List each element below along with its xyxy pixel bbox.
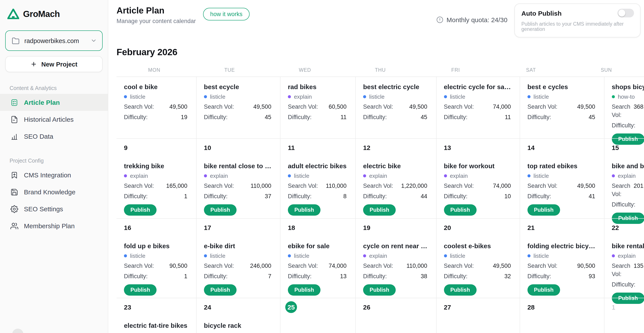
article-type: listicle [444, 93, 511, 100]
search-volume-row: Search Vol:60,500 [288, 102, 346, 111]
day-number: 14 [528, 144, 535, 151]
avatar[interactable] [12, 329, 24, 333]
calendar-cell[interactable]: 12electric bikeexplainSearch Vol:1,220,0… [356, 138, 436, 218]
article-type: listicle [528, 252, 595, 260]
calendar-cell[interactable]: 13bike for workoutexplainSearch Vol:74,0… [436, 138, 520, 218]
sidebar-item-label: Membership Plan [24, 222, 74, 230]
article-type: explain [204, 172, 271, 180]
publish-button[interactable]: Publish [124, 204, 156, 216]
search-volume-row: Search Vol:49,500 [528, 102, 595, 111]
calendar-cell[interactable]: 19cycle on rent near …explainSearch Vol:… [356, 218, 436, 298]
chevron-down-icon [90, 38, 97, 44]
day-number: 18 [288, 224, 295, 231]
difficulty-row: Difficulty:11 [444, 113, 511, 121]
calendar-cell[interactable]: best ecyclelisticleSearch Vol:49,500Diff… [196, 76, 280, 138]
calendar-cell: 26 [356, 298, 436, 333]
search-volume-row: Search Vol:110,000 [288, 182, 346, 190]
article-type-dot-icon [528, 174, 530, 177]
page-title: Article Plan [116, 6, 196, 16]
keyword-title: rad bikes [288, 83, 346, 90]
folder-icon [12, 37, 20, 44]
search-volume-row: Search Vol:90,500 [124, 262, 188, 270]
article-type: listicle [204, 252, 271, 260]
day-number: 16 [124, 224, 131, 231]
article-type: explain [612, 252, 644, 260]
publish-button[interactable]: Publish [363, 284, 396, 296]
main-content: Article Plan Manage your content calenda… [109, 0, 644, 333]
difficulty-row: Difficulty:41 [528, 192, 595, 200]
day-header-fri: FRI [418, 68, 493, 76]
new-project-button[interactable]: New Project [5, 56, 102, 72]
search-volume-row: Search Vol:49,500 [363, 102, 427, 111]
day-number: 22 [612, 224, 619, 231]
calendar-cell[interactable]: 22bike rentalsexplainSearch Vol:135,000D… [604, 218, 644, 298]
sidebar-item-seo-settings[interactable]: SEO Settings [0, 200, 108, 217]
sidebar-item-cms-integration[interactable]: CMS Integration [0, 166, 108, 184]
today-badge: 25 [285, 301, 297, 313]
calendar-cell[interactable]: 21folding electric bicy…listicleSearch V… [520, 218, 604, 298]
article-type: explain [204, 332, 271, 333]
calendar-cell[interactable]: 14top rated ebikeslisticleSearch Vol:49,… [520, 138, 604, 218]
calendar-cell[interactable]: 23electric fat-tire bikeslisticleSearch … [116, 298, 196, 333]
publish-button[interactable]: Publish [528, 284, 560, 296]
cms-integration-icon [10, 171, 18, 179]
sidebar-item-label: Article Plan [24, 99, 60, 106]
calendar-cell[interactable]: best electric cyclelisticleSearch Vol:49… [356, 76, 436, 138]
calendar-cell[interactable]: 18ebike for salelisticleSearch Vol:74,00… [280, 218, 356, 298]
how-it-works-button[interactable]: how it works [203, 8, 250, 20]
publish-button[interactable]: Publish [124, 284, 156, 296]
search-volume-row: Search Vol:74,000 [444, 102, 511, 111]
month-title: February 2026 [116, 47, 644, 58]
calendar-cell[interactable]: 9trekking bikeexplainSearch Vol:165,000D… [116, 138, 196, 218]
sidebar-item-brand-knowledge[interactable]: Brand Knowledge [0, 184, 108, 200]
calendar-cell: 28 [520, 298, 604, 333]
calendar-cell[interactable]: 10bike rental close to …explainSearch Vo… [196, 138, 280, 218]
keyword-title: trekking bike [124, 162, 188, 170]
article-type-dot-icon [363, 254, 366, 257]
sidebar-item-label: SEO Data [24, 132, 53, 140]
project-selector[interactable]: radpowerbikes.com [5, 30, 102, 51]
keyword-title: coolest e-bikes [444, 242, 511, 250]
calendar-cell[interactable]: cool e bikelisticleSearch Vol:49,500Diff… [116, 76, 196, 138]
search-volume-row: Search Vol:49,500 [124, 102, 188, 111]
keyword-title: e-bike dirt [204, 242, 271, 250]
calendar: MONTUEWEDTHUFRISATSUN cool e bikelisticl… [116, 68, 644, 333]
calendar-cell[interactable]: 11adult electric bikeslisticleSearch Vol… [280, 138, 356, 218]
publish-button[interactable]: Publish [204, 284, 236, 296]
day-number: 15 [612, 144, 619, 151]
day-number: 27 [444, 304, 451, 311]
difficulty-row: Difficulty:27 [612, 280, 644, 289]
sidebar-item-historical-articles[interactable]: Historical Articles [0, 111, 108, 128]
article-type-dot-icon [528, 95, 530, 98]
auto-publish-toggle[interactable] [618, 9, 634, 18]
day-number: 20 [444, 224, 451, 231]
difficulty-row: Difficulty:45 [363, 113, 427, 121]
calendar-cell[interactable]: 24bicycle rackexplainSearch Vol:60,500 [196, 298, 280, 333]
calendar-cell[interactable]: shops bicyclehow-toSearch Vol:368,000Dif… [604, 76, 644, 138]
day-number: 13 [444, 144, 451, 151]
sidebar-item-article-plan[interactable]: Article Plan [0, 94, 108, 111]
publish-button[interactable]: Publish [528, 204, 560, 216]
calendar-cell[interactable]: 17e-bike dirtlisticleSearch Vol:246,000D… [196, 218, 280, 298]
article-type: listicle [363, 93, 427, 100]
calendar-cell[interactable]: best e cycleslisticleSearch Vol:49,500Di… [520, 76, 604, 138]
publish-button[interactable]: Publish [204, 204, 236, 216]
search-volume-row: Search Vol:1,220,000 [363, 182, 427, 190]
article-type-dot-icon [444, 254, 447, 257]
publish-button[interactable]: Publish [363, 204, 396, 216]
publish-button[interactable]: Publish [288, 284, 320, 296]
publish-button[interactable]: Publish [288, 204, 320, 216]
calendar-cell[interactable]: 16fold up e bikeslisticleSearch Vol:90,5… [116, 218, 196, 298]
sidebar-item-seo-data[interactable]: SEO Data [0, 128, 108, 145]
publish-button[interactable]: Publish [444, 284, 476, 296]
calendar-cell[interactable]: 20coolest e-bikeslisticleSearch Vol:49,5… [436, 218, 520, 298]
difficulty-row: Difficulty:38 [363, 272, 427, 280]
calendar-cell[interactable]: 15bike and bikeexplainSearch Vol:201,000… [604, 138, 644, 218]
article-type-dot-icon [528, 254, 530, 257]
calendar-cell[interactable]: rad bikesexplainSearch Vol:60,500Difficu… [280, 76, 356, 138]
day-number: 28 [528, 304, 535, 311]
calendar-cell[interactable]: electric cycle for sa…listicleSearch Vol… [436, 76, 520, 138]
publish-button[interactable]: Publish [444, 204, 476, 216]
sidebar-item-membership-plan[interactable]: Membership Plan [0, 217, 108, 234]
day-of-week-header: MONTUEWEDTHUFRISATSUN [116, 68, 644, 76]
